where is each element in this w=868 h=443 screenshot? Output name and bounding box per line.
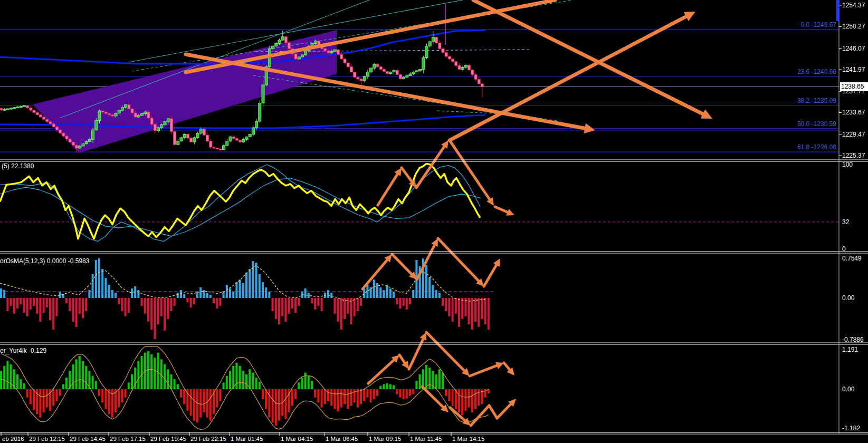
time-axis[interactable] <box>0 434 868 443</box>
chart-canvas[interactable] <box>0 0 868 443</box>
price-axis-marker <box>836 0 840 21</box>
fib-level-label: 61.8 -1226.08 <box>678 143 836 151</box>
price-axis[interactable] <box>840 0 868 434</box>
osma-panel-label: orOsMA(5,12,3) 0.0000 -0.5983 <box>0 257 89 265</box>
stochastic-panel-label: (5) 22.1380 <box>2 162 34 170</box>
trigger-panel-label: er_Yur4ik -0.129 <box>0 347 46 354</box>
fib-level-label: 38.2 -1235.09 <box>678 97 836 104</box>
fib-level-label: 23.6 -1240.66 <box>678 68 836 75</box>
trading-chart-window: 0.0 -1249.6723.6 -1240.6638.2 -1235.0950… <box>0 0 868 443</box>
fib-level-label: 50.0 -1230.59 <box>678 120 836 128</box>
current-price-badge: 1238.65 <box>840 82 868 91</box>
fib-level-label: 0.0 -1249.67 <box>678 21 836 28</box>
